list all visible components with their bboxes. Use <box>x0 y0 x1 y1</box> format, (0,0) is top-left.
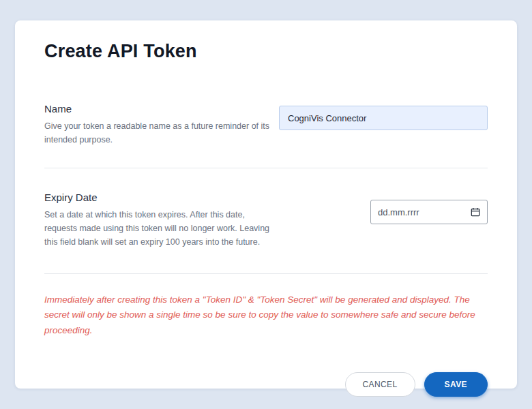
divider <box>44 273 488 274</box>
action-bar: CANCEL SAVE <box>44 372 488 397</box>
token-name-input[interactable] <box>279 106 488 130</box>
name-field-row: Name Give your token a readable name as … <box>44 103 488 147</box>
expiry-date-input[interactable]: dd.mm.rrrr <box>370 200 488 224</box>
expiry-field-description: Set a date at which this token expires. … <box>44 208 276 249</box>
create-api-token-dialog: Create API Token Name Give your token a … <box>15 20 517 389</box>
name-field-description: Give your token a readable name as a fut… <box>44 119 276 147</box>
expiry-field-label: Expiry Date <box>44 192 276 203</box>
expiry-field-info: Expiry Date Set a date at which this tok… <box>44 192 276 249</box>
date-placeholder: dd.mm.rrrr <box>378 207 419 217</box>
save-button[interactable]: SAVE <box>424 372 488 397</box>
calendar-icon[interactable] <box>471 207 480 217</box>
name-field-label: Name <box>44 103 276 115</box>
page-title: Create API Token <box>44 41 488 62</box>
expiry-field-row: Expiry Date Set a date at which this tok… <box>44 192 488 249</box>
name-field-info: Name Give your token a readable name as … <box>44 103 276 147</box>
token-secret-warning: Immediately after creating this token a … <box>44 292 488 338</box>
cancel-button[interactable]: CANCEL <box>345 372 415 397</box>
divider <box>44 168 488 168</box>
